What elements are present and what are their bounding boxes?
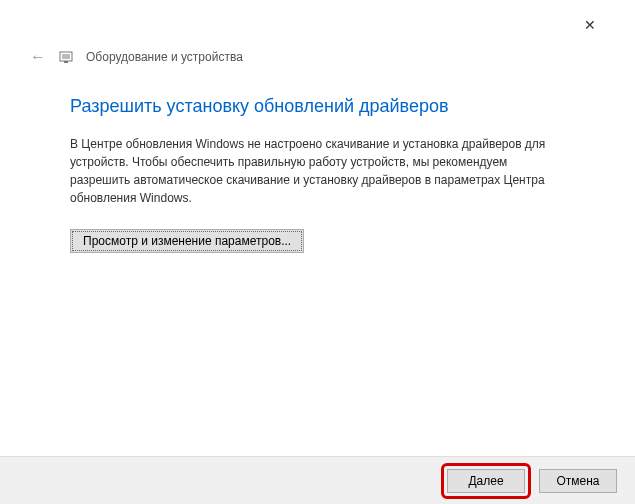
header-title: Оборудование и устройства <box>86 50 243 64</box>
cancel-button[interactable]: Отмена <box>539 469 617 493</box>
next-button[interactable]: Далее <box>447 469 525 493</box>
main-heading: Разрешить установку обновлений драйверов <box>70 96 565 117</box>
titlebar: ✕ <box>20 10 615 40</box>
back-arrow-icon[interactable]: ← <box>30 48 46 66</box>
footer-bar: Далее Отмена <box>0 456 635 504</box>
highlight-annotation: Далее <box>441 463 531 499</box>
body-text: В Центре обновления Windows не настроено… <box>70 135 565 207</box>
view-change-settings-button[interactable]: Просмотр и изменение параметров... <box>70 229 304 253</box>
header-row: ← Оборудование и устройства <box>20 40 615 78</box>
svg-rect-1 <box>62 54 70 59</box>
troubleshooter-window: ✕ ← Оборудование и устройства Разрешить … <box>0 0 635 504</box>
svg-rect-2 <box>64 61 68 63</box>
content-area: Разрешить установку обновлений драйверов… <box>20 78 615 253</box>
close-icon: ✕ <box>584 17 596 33</box>
close-button[interactable]: ✕ <box>570 11 610 39</box>
hardware-icon <box>58 49 74 65</box>
